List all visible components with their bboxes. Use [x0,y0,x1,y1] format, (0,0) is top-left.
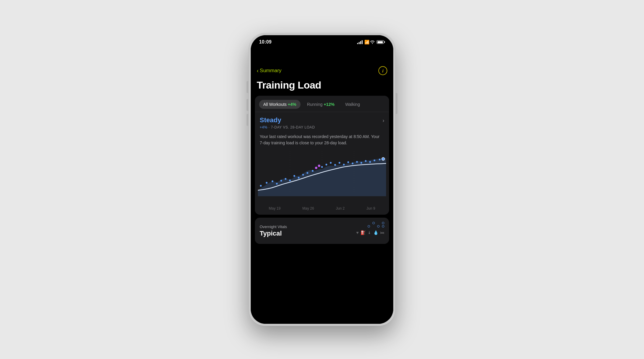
screen-content: 10:09 📶 [251,35,393,324]
vitals-label: Overnight Vitals [260,225,287,229]
svg-point-30 [379,159,381,160]
svg-point-26 [360,162,362,164]
dynamic-island [304,39,340,49]
wifi-icon: 📶 [364,40,369,44]
svg-point-8 [285,178,287,180]
battery-icon [377,40,385,44]
svg-point-16 [318,165,320,167]
tab-all-workouts[interactable]: All Workouts +4% [259,100,301,109]
status-title: Steady [260,116,315,124]
svg-point-9 [289,180,291,181]
phone-screen: 10:09 📶 [251,35,393,324]
wrist-icon: 💧 [373,230,378,235]
chart-dates: May 19 May 26 Jun 2 Jun 9 [255,205,389,215]
chart-date-1: May 19 [269,206,281,211]
svg-point-25 [356,161,358,163]
chevron-left-icon: ‹ [257,68,258,73]
tab-walking[interactable]: Walking [341,100,364,109]
svg-point-3 [260,185,262,187]
nav-bar: ‹ Summary i [251,64,393,77]
vitals-icons: ♥ ⛽ 🌡 💧 🛏 [356,230,384,235]
svg-point-21 [339,162,340,164]
status-icons: 📶 [357,40,385,44]
back-button[interactable]: ‹ Summary [257,68,281,74]
chart-area [255,151,389,205]
tab-running[interactable]: Running +12% [303,100,339,109]
info-icon: i [382,68,383,73]
svg-point-15 [315,167,318,169]
status-subtitle: +4% · 7-DAY VS. 28-DAY LOAD [260,125,315,129]
heart-icon: ♥ [356,230,359,235]
svg-point-23 [347,161,349,163]
svg-point-6 [276,183,278,185]
svg-point-24 [352,163,354,164]
svg-point-4 [266,182,267,184]
lungs-icon: ⛽ [360,230,366,235]
chart-date-4: Jun 9 [366,206,375,211]
vitals-chart: ♥ ⛽ 🌡 💧 🛏 [349,222,384,240]
back-label: Summary [260,68,281,74]
svg-point-19 [330,162,332,164]
svg-point-22 [343,164,345,165]
temp-icon: 🌡 [367,230,371,235]
svg-point-20 [334,164,336,166]
status-time: 10:09 [259,39,272,45]
training-load-chart [258,151,386,196]
svg-point-12 [302,174,304,176]
svg-point-10 [293,175,295,177]
info-button[interactable]: i [378,66,387,75]
chart-date-2: May 26 [302,206,314,211]
phone-frame: 10:09 📶 [249,33,395,326]
svg-point-31 [382,157,385,160]
main-card: All Workouts +4% Running +12% Walking St… [255,96,389,215]
svg-point-28 [369,161,371,163]
svg-point-11 [298,177,300,179]
vitals-status: Typical [260,230,287,237]
svg-point-7 [280,180,282,182]
page-title: Training Load [251,77,393,96]
status-section[interactable]: Steady +4% · 7-DAY VS. 28-DAY LOAD › [255,112,389,131]
svg-point-13 [306,172,308,174]
chevron-right-icon: › [383,117,384,124]
svg-point-27 [365,160,367,162]
sleep-icon: 🛏 [380,230,384,235]
chart-date-3: Jun 2 [336,206,345,211]
description-text: Your last rated workout was recorded yes… [255,131,389,150]
svg-point-29 [374,160,375,161]
vitals-card[interactable]: Overnight Vitals Typical [255,218,389,244]
svg-point-18 [326,164,327,165]
workout-tabs: All Workouts +4% Running +12% Walking [255,96,389,112]
wifi-icon [370,40,375,44]
svg-point-5 [272,180,273,182]
svg-point-17 [321,166,323,168]
svg-point-14 [312,170,314,172]
signal-icon [357,40,363,44]
